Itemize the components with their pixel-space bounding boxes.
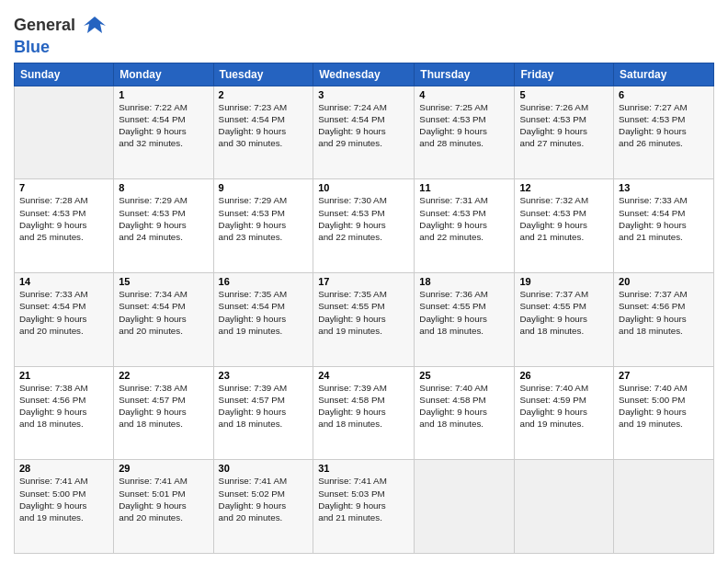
day-cell: 13Sunrise: 7:33 AM Sunset: 4:54 PM Dayli… [614, 179, 714, 273]
day-info: Sunrise: 7:32 AM Sunset: 4:53 PM Dayligh… [519, 194, 609, 243]
day-cell: 16Sunrise: 7:35 AM Sunset: 4:54 PM Dayli… [213, 273, 313, 367]
week-row-3: 21Sunrise: 7:38 AM Sunset: 4:56 PM Dayli… [15, 366, 714, 460]
day-info: Sunrise: 7:31 AM Sunset: 4:53 PM Dayligh… [419, 194, 509, 243]
day-info: Sunrise: 7:40 AM Sunset: 4:58 PM Dayligh… [419, 382, 509, 431]
day-number: 3 [318, 89, 409, 100]
day-info: Sunrise: 7:35 AM Sunset: 4:54 PM Dayligh… [219, 288, 309, 337]
week-row-4: 28Sunrise: 7:41 AM Sunset: 5:00 PM Dayli… [15, 460, 714, 554]
day-cell: 22Sunrise: 7:38 AM Sunset: 4:57 PM Dayli… [114, 366, 213, 460]
day-info: Sunrise: 7:41 AM Sunset: 5:03 PM Dayligh… [318, 475, 409, 523]
weekday-header-thursday: Thursday [415, 63, 515, 86]
day-number: 13 [619, 182, 709, 193]
day-cell: 1Sunrise: 7:22 AM Sunset: 4:54 PM Daylig… [114, 86, 213, 179]
day-cell: 4Sunrise: 7:25 AM Sunset: 4:53 PM Daylig… [415, 86, 515, 179]
day-info: Sunrise: 7:40 AM Sunset: 5:00 PM Dayligh… [619, 382, 709, 431]
day-cell: 23Sunrise: 7:39 AM Sunset: 4:57 PM Dayli… [213, 366, 313, 460]
day-info: Sunrise: 7:36 AM Sunset: 4:55 PM Dayligh… [419, 288, 509, 337]
day-cell: 20Sunrise: 7:37 AM Sunset: 4:56 PM Dayli… [614, 273, 714, 367]
week-row-1: 7Sunrise: 7:28 AM Sunset: 4:53 PM Daylig… [15, 179, 714, 273]
day-info: Sunrise: 7:26 AM Sunset: 4:53 PM Dayligh… [519, 101, 609, 150]
day-info: Sunrise: 7:39 AM Sunset: 4:57 PM Dayligh… [219, 382, 309, 431]
day-cell: 6Sunrise: 7:27 AM Sunset: 4:53 PM Daylig… [614, 86, 714, 179]
day-number: 17 [318, 276, 409, 287]
day-info: Sunrise: 7:23 AM Sunset: 4:54 PM Dayligh… [219, 101, 309, 150]
day-info: Sunrise: 7:33 AM Sunset: 4:54 PM Dayligh… [19, 288, 108, 337]
week-row-0: 1Sunrise: 7:22 AM Sunset: 4:54 PM Daylig… [15, 86, 714, 179]
day-number: 30 [219, 463, 309, 474]
day-number: 2 [219, 89, 309, 100]
logo-bird-icon [82, 13, 108, 39]
day-number: 22 [119, 370, 208, 381]
day-cell [15, 86, 114, 179]
day-number: 25 [419, 370, 509, 381]
day-cell: 31Sunrise: 7:41 AM Sunset: 5:03 PM Dayli… [313, 460, 415, 554]
day-number: 29 [119, 463, 208, 474]
day-info: Sunrise: 7:41 AM Sunset: 5:01 PM Dayligh… [119, 475, 208, 523]
day-number: 14 [19, 276, 108, 287]
day-info: Sunrise: 7:28 AM Sunset: 4:53 PM Dayligh… [19, 194, 108, 243]
day-cell: 10Sunrise: 7:30 AM Sunset: 4:53 PM Dayli… [313, 179, 415, 273]
svg-marker-0 [84, 17, 106, 33]
day-cell: 28Sunrise: 7:41 AM Sunset: 5:00 PM Dayli… [15, 460, 114, 554]
day-cell: 21Sunrise: 7:38 AM Sunset: 4:56 PM Dayli… [15, 366, 114, 460]
day-number: 15 [119, 276, 208, 287]
weekday-header-wednesday: Wednesday [313, 63, 415, 86]
day-number: 28 [19, 463, 108, 474]
day-number: 5 [519, 89, 609, 100]
day-number: 23 [219, 370, 309, 381]
logo-blue: Blue [14, 38, 50, 56]
day-number: 10 [318, 182, 409, 193]
day-cell: 3Sunrise: 7:24 AM Sunset: 4:54 PM Daylig… [313, 86, 415, 179]
day-cell [515, 460, 614, 554]
day-cell: 25Sunrise: 7:40 AM Sunset: 4:58 PM Dayli… [415, 366, 515, 460]
day-number: 21 [19, 370, 108, 381]
logo: General Blue [14, 13, 108, 57]
day-number: 31 [318, 463, 409, 474]
weekday-header-friday: Friday [515, 63, 614, 86]
day-number: 12 [519, 182, 609, 193]
day-cell: 19Sunrise: 7:37 AM Sunset: 4:55 PM Dayli… [515, 273, 614, 367]
day-number: 24 [318, 370, 409, 381]
day-cell: 18Sunrise: 7:36 AM Sunset: 4:55 PM Dayli… [415, 273, 515, 367]
day-cell: 17Sunrise: 7:35 AM Sunset: 4:55 PM Dayli… [313, 273, 415, 367]
day-cell: 7Sunrise: 7:28 AM Sunset: 4:53 PM Daylig… [15, 179, 114, 273]
day-cell: 14Sunrise: 7:33 AM Sunset: 4:54 PM Dayli… [15, 273, 114, 367]
day-number: 18 [419, 276, 509, 287]
day-number: 4 [419, 89, 509, 100]
day-cell [614, 460, 714, 554]
day-info: Sunrise: 7:34 AM Sunset: 4:54 PM Dayligh… [119, 288, 208, 337]
day-cell [415, 460, 515, 554]
day-number: 16 [219, 276, 309, 287]
day-cell: 11Sunrise: 7:31 AM Sunset: 4:53 PM Dayli… [415, 179, 515, 273]
day-number: 7 [19, 182, 108, 193]
day-number: 27 [619, 370, 709, 381]
day-info: Sunrise: 7:30 AM Sunset: 4:53 PM Dayligh… [318, 194, 409, 243]
day-cell: 26Sunrise: 7:40 AM Sunset: 4:59 PM Dayli… [515, 366, 614, 460]
weekday-header-monday: Monday [114, 63, 213, 86]
day-info: Sunrise: 7:40 AM Sunset: 4:59 PM Dayligh… [519, 382, 609, 431]
day-number: 1 [119, 89, 208, 100]
day-info: Sunrise: 7:37 AM Sunset: 4:56 PM Dayligh… [619, 288, 709, 337]
day-info: Sunrise: 7:22 AM Sunset: 4:54 PM Dayligh… [119, 101, 208, 150]
day-info: Sunrise: 7:29 AM Sunset: 4:53 PM Dayligh… [119, 194, 208, 243]
day-number: 8 [119, 182, 208, 193]
weekday-header-tuesday: Tuesday [213, 63, 313, 86]
day-number: 26 [519, 370, 609, 381]
day-info: Sunrise: 7:37 AM Sunset: 4:55 PM Dayligh… [519, 288, 609, 337]
day-cell: 12Sunrise: 7:32 AM Sunset: 4:53 PM Dayli… [515, 179, 614, 273]
day-cell: 27Sunrise: 7:40 AM Sunset: 5:00 PM Dayli… [614, 366, 714, 460]
day-cell: 8Sunrise: 7:29 AM Sunset: 4:53 PM Daylig… [114, 179, 213, 273]
calendar-table: SundayMondayTuesdayWednesdayThursdayFrid… [14, 63, 714, 554]
day-info: Sunrise: 7:29 AM Sunset: 4:53 PM Dayligh… [219, 194, 309, 243]
day-cell: 15Sunrise: 7:34 AM Sunset: 4:54 PM Dayli… [114, 273, 213, 367]
day-info: Sunrise: 7:38 AM Sunset: 4:57 PM Dayligh… [119, 382, 208, 431]
day-cell: 2Sunrise: 7:23 AM Sunset: 4:54 PM Daylig… [213, 86, 313, 179]
day-cell: 24Sunrise: 7:39 AM Sunset: 4:58 PM Dayli… [313, 366, 415, 460]
day-info: Sunrise: 7:41 AM Sunset: 5:02 PM Dayligh… [219, 475, 309, 523]
day-number: 20 [619, 276, 709, 287]
day-info: Sunrise: 7:35 AM Sunset: 4:55 PM Dayligh… [318, 288, 409, 337]
day-cell: 5Sunrise: 7:26 AM Sunset: 4:53 PM Daylig… [515, 86, 614, 179]
day-info: Sunrise: 7:39 AM Sunset: 4:58 PM Dayligh… [318, 382, 409, 431]
weekday-header-sunday: Sunday [15, 63, 114, 86]
day-info: Sunrise: 7:27 AM Sunset: 4:53 PM Dayligh… [619, 101, 709, 150]
